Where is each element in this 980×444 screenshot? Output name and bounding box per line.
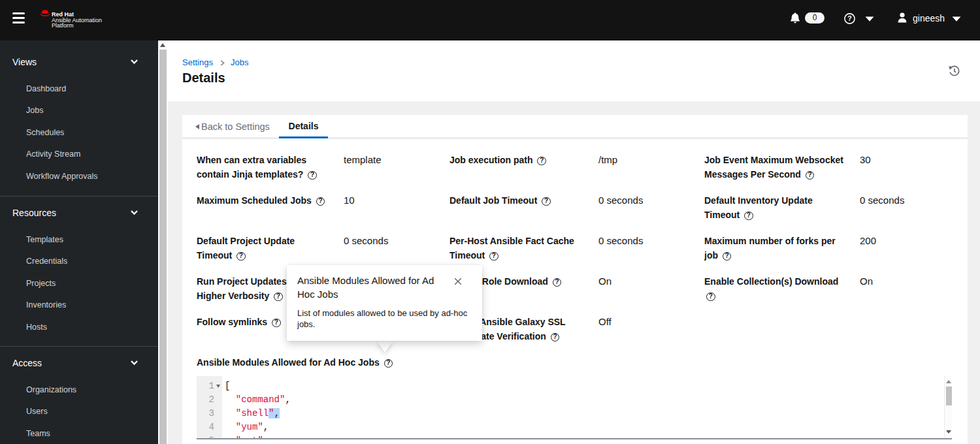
svg-text:?: ? — [847, 14, 851, 22]
